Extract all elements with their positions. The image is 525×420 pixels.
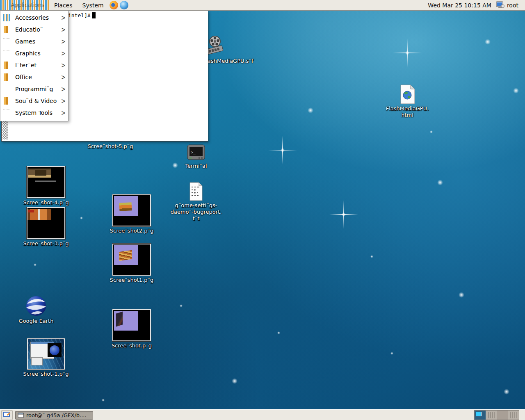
internet-icon — [4, 62, 8, 69]
icon-label: Scree¨shot.p¨g — [109, 342, 155, 349]
icon-label: g¨ome-setti¨gs- daemo¨-bugreport. t¨t — [167, 202, 225, 222]
thumbnail-screenshot4 — [27, 166, 65, 198]
firefox-blue-launcher-icon[interactable] — [120, 1, 128, 9]
desktop-icon-screenshot-1[interactable]: Scree¨shot-1.p¨g — [23, 338, 69, 377]
icon-label: Termi¨al — [179, 163, 213, 169]
desktop-icon-screenshot[interactable]: Scree¨shot.p¨g — [109, 309, 155, 349]
sparkle — [459, 292, 464, 298]
computer-icon — [495, 1, 504, 9]
sound-video-icon — [4, 97, 8, 105]
system-tools-icon — [3, 110, 10, 112]
menu-item-programming[interactable]: Programmi¨g > — [0, 83, 68, 95]
programming-icon — [3, 86, 10, 88]
thumbnail-image — [119, 250, 132, 261]
sparkle — [102, 399, 105, 402]
accessories-icon — [3, 14, 10, 21]
sparkle — [172, 162, 178, 168]
workspace-2[interactable] — [486, 411, 497, 420]
icon-label: Scree¨shot-4.p¨g — [23, 199, 69, 206]
google-earth-icon — [25, 295, 47, 317]
menu-item-education[interactable]: Educatio¨ > — [0, 23, 68, 35]
submenu-arrow-icon: > — [61, 84, 66, 93]
desktop-icon-gnome-settings-bugreport[interactable]: g¨ome-setti¨gs- daemo¨-bugreport. t¨t — [167, 182, 225, 222]
workspace-switcher — [474, 410, 519, 420]
applications-label: Applications — [11, 2, 44, 8]
sparkle — [370, 255, 373, 258]
submenu-arrow-icon: > — [61, 25, 66, 34]
sparkle — [308, 107, 313, 113]
desktop-icon-flashmediagpu-html[interactable]: FlashMediaGPU. html — [383, 84, 432, 119]
desktop-icon-flashmediagpu-swf[interactable]: FlashMediaGPU.s¨f — [203, 35, 253, 64]
clock-applet[interactable]: Wed Mar 25 10:15 AM — [428, 2, 491, 9]
bottom-panel: root@¨ g45a /GFX/b.... — [0, 409, 525, 420]
thumbnail-image — [28, 168, 51, 178]
menu-item-graphics[interactable]: Graphics > — [0, 47, 68, 59]
sparkle — [390, 352, 393, 355]
desktop-icon-screenshot2[interactable]: Scree¨shot2.p¨g — [109, 194, 155, 234]
thumbnail-screenshot-1 — [27, 338, 65, 370]
panel-right-area: Wed Mar 25 10:15 AM root — [428, 1, 525, 9]
thumbnail-image — [119, 202, 132, 211]
icon-label: Scree¨shot2.p¨g — [109, 228, 155, 234]
desktop-icon-screenshot4[interactable]: Scree¨shot-4.p¨g — [23, 166, 69, 206]
desktop-icon-screenshot5[interactable]: Scree¨shot-5.p¨g — [81, 142, 139, 150]
thumbnail-screenshot — [112, 309, 151, 341]
sparkle — [513, 88, 519, 94]
thumbnail-screenshot2 — [112, 194, 151, 226]
show-desktop-button[interactable] — [1, 410, 13, 420]
icon-label: Scree¨shot-5.p¨g — [81, 143, 139, 150]
games-icon — [3, 38, 10, 40]
menu-item-sound-video[interactable]: Sou¨d & Video > — [0, 95, 68, 107]
places-menu-button[interactable]: Places — [49, 0, 78, 10]
desktop-icon-google-earth[interactable]: Google Earth — [16, 295, 57, 324]
firefox-launcher-icon[interactable] — [110, 1, 118, 9]
thumbnail-screenshot1 — [112, 244, 151, 276]
menu-item-games[interactable]: Games > — [0, 35, 68, 47]
prompt-text: intel]# — [68, 12, 91, 18]
icon-label: FlashMediaGPU. html — [383, 105, 432, 119]
desktop-icon-screenshot1[interactable]: Scree¨shot1.p¨g — [109, 244, 155, 283]
icon-label: FlashMediaGPU.s¨f — [203, 58, 253, 64]
user-switcher-applet[interactable]: root — [495, 1, 518, 9]
thumbnail-globe — [48, 343, 62, 357]
workspace-window-thumb — [476, 412, 482, 416]
submenu-arrow-icon: > — [61, 108, 66, 117]
workspace-3[interactable] — [497, 411, 508, 420]
icon-label: Google Earth — [16, 318, 57, 324]
thumbnail-image — [116, 311, 123, 326]
system-menu-button[interactable]: System — [78, 0, 109, 10]
sparkle — [34, 263, 37, 266]
thumbnail-screenshot3 — [27, 207, 65, 239]
taskbar-window-button[interactable]: root@¨ g45a /GFX/b.... — [15, 411, 93, 420]
sparkle — [430, 130, 433, 133]
workspace-4[interactable] — [508, 411, 519, 420]
menu-item-office[interactable]: Office > — [0, 71, 68, 83]
icon-label: Scree¨shot-1.p¨g — [23, 371, 69, 377]
top-panel: Applications Places System Wed Mar 25 10… — [0, 0, 525, 11]
applications-menu-button[interactable]: Applications — [0, 0, 49, 10]
terminal-prompt: intel]# — [68, 12, 96, 18]
submenu-arrow-icon: > — [61, 96, 66, 105]
submenu-arrow-icon: > — [61, 37, 66, 46]
thumbnail-dialog — [31, 357, 43, 365]
sparkle — [277, 331, 280, 334]
window-icon — [18, 413, 24, 418]
desktop-icon-terminal-launcher[interactable]: >_ Termi¨al — [179, 144, 213, 169]
icon-label: Scree¨shot1.p¨g — [109, 277, 155, 283]
terminal-cursor — [92, 12, 96, 18]
menu-item-system-tools[interactable]: System Tools > — [0, 107, 68, 119]
menu-item-internet[interactable]: I¨ter¨et > — [0, 59, 68, 71]
html-document-icon — [399, 84, 415, 104]
sparkle — [281, 148, 285, 152]
sparkle — [232, 378, 237, 384]
sparkle — [342, 212, 346, 217]
graphics-icon — [3, 50, 10, 52]
menu-item-accessories[interactable]: Accessories > — [0, 11, 68, 23]
desktop-icon-screenshot3[interactable]: Scree¨shot-3.p¨g — [23, 207, 69, 247]
submenu-arrow-icon: > — [61, 49, 66, 57]
user-name: root — [507, 2, 518, 9]
office-icon — [4, 73, 8, 81]
sparkle — [405, 51, 409, 55]
workspace-1[interactable] — [475, 411, 486, 420]
show-desktop-icon — [3, 412, 11, 418]
